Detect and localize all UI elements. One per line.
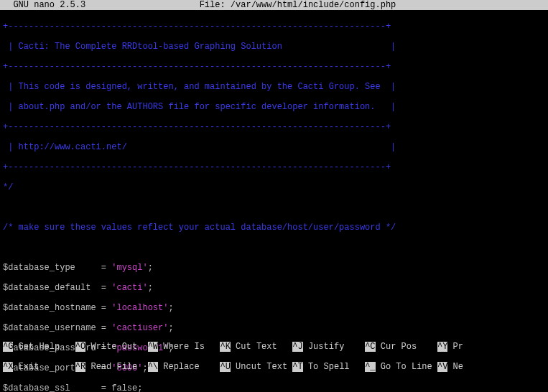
db-comment: /* make sure these values reflect your a…: [3, 223, 545, 233]
lbl-next-page: Ne: [447, 362, 463, 372]
key-to-spell[interactable]: ^T: [292, 362, 302, 372]
key-replace[interactable]: ^\: [148, 362, 158, 372]
key-get-help[interactable]: ^G: [3, 342, 13, 352]
header-bar: +---------------------------------------…: [3, 22, 545, 32]
code-line: $database_hostname = 'localhost';: [3, 303, 545, 313]
code-line: $database_default = 'cacti';: [3, 283, 545, 293]
key-write-out[interactable]: ^O: [75, 342, 85, 352]
lbl-where-is: Where Is: [158, 342, 220, 352]
file-path: File: /var/www/html/include/config.php: [200, 0, 396, 10]
header-bar: +---------------------------------------…: [3, 122, 545, 132]
lbl-replace: Replace: [158, 362, 220, 372]
lbl-exit: Exit: [13, 362, 75, 372]
lbl-uncut: Uncut Text: [231, 362, 292, 372]
header-line: | about.php and/or the AUTHORS file for …: [3, 102, 545, 112]
key-read-file[interactable]: ^R: [75, 362, 85, 372]
key-prev-page[interactable]: ^Y: [437, 342, 447, 352]
header-line: | This code is designed, written, and ma…: [3, 82, 545, 92]
key-goto-line[interactable]: ^_: [365, 362, 375, 372]
key-uncut[interactable]: ^U: [220, 362, 230, 372]
code-line: $database_type = 'mysql';: [3, 263, 545, 273]
key-cur-pos[interactable]: ^C: [365, 342, 375, 352]
header-bar: +---------------------------------------…: [3, 162, 545, 172]
key-justify[interactable]: ^J: [292, 342, 302, 352]
lbl-get-help: Get Help: [13, 342, 75, 352]
lbl-justify: Justify: [303, 342, 365, 352]
lbl-cur-pos: Cur Pos: [376, 342, 437, 352]
app-version: GNU nano 2.5.3: [3, 0, 85, 10]
header-line: | Cacti: The Complete RRDtool-based Grap…: [3, 42, 545, 52]
key-where-is[interactable]: ^W: [148, 342, 158, 352]
header-bar: +---------------------------------------…: [3, 62, 545, 72]
lbl-goto-line: Go To Line: [376, 362, 437, 372]
lbl-read-file: Read File: [85, 362, 147, 372]
key-exit[interactable]: ^X: [3, 362, 13, 372]
help-bar: ^G Get Help ^O Write Out ^W Where Is ^K …: [0, 332, 548, 392]
comment-end: */: [3, 182, 545, 192]
titlebar: GNU nano 2.5.3 File: /var/www/html/inclu…: [0, 0, 548, 10]
lbl-cut-text: Cut Text: [231, 342, 292, 352]
lbl-prev-page: Pr: [447, 342, 463, 352]
key-cut-text[interactable]: ^K: [220, 342, 230, 352]
key-next-page[interactable]: ^V: [437, 362, 447, 372]
lbl-to-spell: To Spell: [303, 362, 365, 372]
header-line: | http://www.cacti.net/ |: [3, 142, 545, 152]
lbl-write-out: Write Out: [85, 342, 147, 352]
